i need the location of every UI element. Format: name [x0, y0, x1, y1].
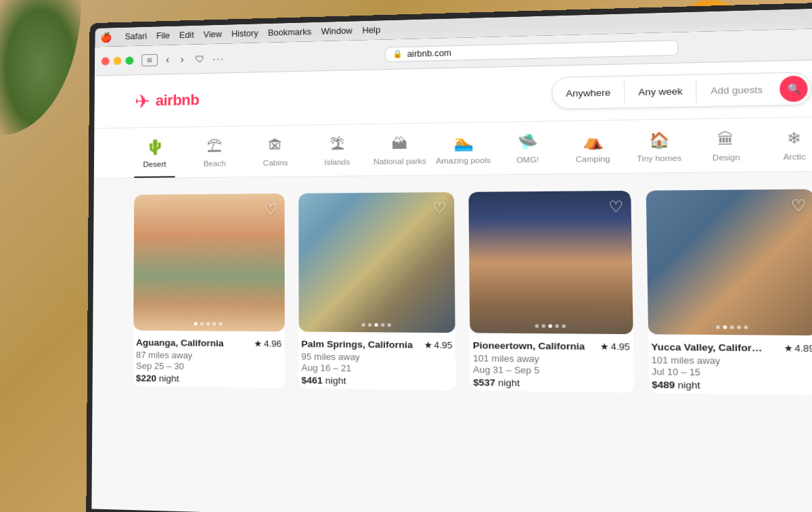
- category-label-cabins: Cabins: [263, 158, 288, 167]
- category-label-amazing-pools: Amazing pools: [436, 156, 491, 165]
- listing-price: $461 night: [301, 375, 453, 388]
- category-item-tiny-homes[interactable]: 🏠 Tiny homes: [636, 131, 682, 172]
- dot-1: [542, 324, 546, 327]
- category-item-islands[interactable]: 🏝 Islands: [316, 135, 359, 176]
- price-unit: night: [498, 377, 520, 388]
- menubar-file[interactable]: File: [156, 31, 170, 41]
- listing-location: Aguanga, California: [136, 338, 223, 348]
- listing-location: Yucca Valley, Califor…: [651, 342, 762, 354]
- apple-menu[interactable]: 🍎: [100, 32, 112, 43]
- category-item-amazing-pools[interactable]: 🏊 Amazing pools: [441, 134, 485, 175]
- wishlist-button[interactable]: ♡: [263, 200, 277, 218]
- listing-card[interactable]: ♡ Palm Springs, California ★ 4.95 95 mil…: [298, 192, 456, 390]
- category-icon-cabins: 🏚: [268, 137, 284, 155]
- listing-distance: 101 miles away: [652, 354, 812, 367]
- listing-image: ♡: [468, 191, 633, 334]
- dot-2: [374, 323, 378, 327]
- listing-location: Pioneertown, California: [473, 340, 585, 352]
- category-icon-desert: 🌵: [145, 139, 164, 156]
- maximize-button[interactable]: [125, 56, 133, 64]
- category-item-arctic[interactable]: ❄ Arctic: [771, 129, 812, 172]
- category-icon-camping: ⛺: [583, 132, 603, 151]
- listings-grid: ♡ Aguanga, California ★ 4.96 87 miles aw…: [93, 171, 812, 414]
- wishlist-button[interactable]: ♡: [608, 198, 624, 217]
- category-icon-arctic: ❄: [787, 129, 801, 148]
- category-icon-amazing-pools: 🏊: [453, 134, 473, 152]
- listing-distance: 95 miles away: [301, 351, 452, 363]
- dot-0: [716, 325, 720, 329]
- back-button[interactable]: ‹: [163, 52, 172, 67]
- screen-bezel: 🍎 Safari File Edit View History Bookmark…: [91, 7, 812, 512]
- category-item-beach[interactable]: ⛱ Beach: [194, 137, 235, 177]
- address-bar[interactable]: 🔒 airbnb.com: [385, 39, 679, 62]
- category-label-islands: Islands: [324, 158, 350, 166]
- category-item-omg[interactable]: 🛸 OMG!: [505, 133, 550, 174]
- dot-4: [744, 325, 748, 329]
- listing-card[interactable]: ♡ Pioneertown, California ★ 4.95 101 mil…: [468, 191, 633, 393]
- listing-rating: ★ 4.95: [424, 340, 452, 350]
- search-button[interactable]: 🔍: [780, 76, 808, 102]
- category-item-desert[interactable]: 🌵 Desert: [134, 138, 175, 178]
- wishlist-button[interactable]: ♡: [790, 197, 807, 216]
- listing-card[interactable]: ♡ Aguanga, California ★ 4.96 87 miles aw…: [133, 193, 285, 388]
- dot-4: [219, 322, 223, 325]
- menubar-bookmarks[interactable]: Bookmarks: [268, 27, 311, 38]
- category-item-camping[interactable]: ⛺ Camping: [570, 132, 616, 174]
- listing-info: Palm Springs, California ★ 4.95 95 miles…: [298, 331, 455, 390]
- listing-title-row: Pioneertown, California ★ 4.95: [473, 340, 630, 352]
- menubar-help[interactable]: Help: [362, 25, 380, 35]
- category-label-national-parks: National parks: [374, 157, 426, 166]
- menubar-view[interactable]: View: [204, 30, 222, 40]
- category-icon-design: 🏛: [717, 130, 735, 149]
- listing-rating: ★ 4.96: [254, 338, 281, 349]
- dot-0: [194, 322, 198, 325]
- listing-title-row: Yucca Valley, Califor… ★ 4.89: [651, 342, 812, 354]
- dot-4: [387, 323, 390, 327]
- menubar-safari[interactable]: Safari: [125, 32, 147, 42]
- category-label-desert: Desert: [143, 160, 166, 168]
- listing-info: Aguanga, California ★ 4.96 87 miles away…: [133, 331, 285, 388]
- menubar-edit[interactable]: Edit: [179, 30, 194, 40]
- close-button[interactable]: [102, 57, 110, 65]
- category-item-cabins[interactable]: 🏚 Cabins: [254, 137, 296, 177]
- listing-card[interactable]: ♡ Yucca Valley, Califor… ★ 4.89 101 mile…: [646, 189, 812, 396]
- star-icon: ★: [600, 341, 610, 352]
- category-item-design[interactable]: 🏛 Design: [702, 130, 749, 172]
- dot-0: [361, 323, 365, 327]
- listing-dates: Sep 25 – 30: [136, 360, 281, 373]
- shield-icon: 🛡: [195, 53, 204, 64]
- category-label-beach: Beach: [204, 159, 226, 167]
- dot-1: [368, 323, 371, 327]
- dot-1: [200, 322, 204, 325]
- tab-switcher[interactable]: ⊞: [141, 53, 158, 66]
- listing-title-row: Palm Springs, California ★ 4.95: [301, 339, 452, 351]
- listing-info: Yucca Valley, Califor… ★ 4.89 101 miles …: [648, 334, 812, 395]
- dates-pill[interactable]: Any week: [625, 78, 697, 105]
- forward-button[interactable]: ›: [177, 51, 186, 66]
- menubar-history[interactable]: History: [231, 28, 258, 39]
- location-pill[interactable]: Anywhere: [552, 80, 625, 106]
- listing-price: $489 night: [652, 379, 812, 392]
- dot-2: [206, 322, 210, 325]
- airbnb-logo[interactable]: ✈ airbnb: [135, 89, 199, 113]
- category-label-omg: OMG!: [516, 156, 539, 164]
- minimize-button[interactable]: [114, 57, 122, 65]
- dot-3: [381, 323, 384, 327]
- extensions-dots[interactable]: ···: [212, 53, 225, 64]
- url-text: airbnb.com: [407, 48, 452, 59]
- listing-dates: Aug 16 – 21: [301, 363, 453, 375]
- listing-location: Palm Springs, California: [301, 339, 413, 350]
- guests-pill[interactable]: Add guests: [697, 76, 777, 103]
- listing-distance: 87 miles away: [136, 350, 281, 361]
- image-dots: [194, 322, 223, 325]
- wishlist-button[interactable]: ♡: [432, 199, 447, 217]
- category-icon-tiny-homes: 🏠: [648, 131, 669, 150]
- menubar-window[interactable]: Window: [321, 26, 352, 36]
- category-icon-islands: 🏝: [330, 136, 345, 154]
- listing-image: ♡: [646, 189, 812, 335]
- category-item-national-parks[interactable]: 🏔 National parks: [378, 135, 422, 175]
- category-icon-omg: 🛸: [518, 133, 538, 152]
- image-dots: [716, 325, 748, 329]
- star-icon: ★: [784, 343, 793, 354]
- airbnb-logo-text: airbnb: [156, 91, 200, 110]
